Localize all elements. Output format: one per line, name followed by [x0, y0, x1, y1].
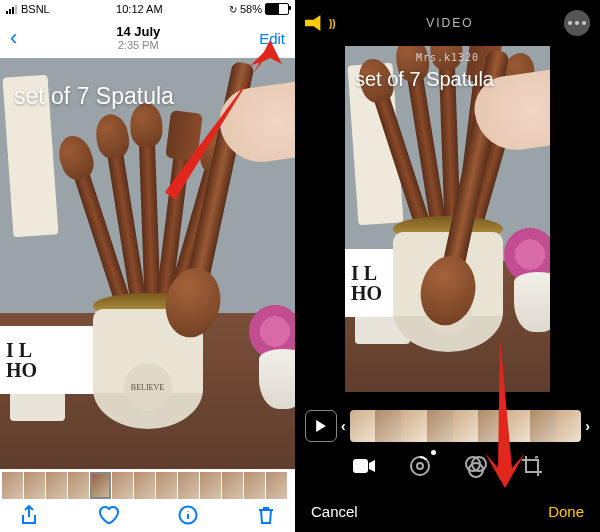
- thumbnail[interactable]: [178, 472, 199, 499]
- svg-point-3: [417, 463, 423, 469]
- battery-percent: 58%: [240, 3, 262, 15]
- carrier-label: BSNL: [21, 3, 50, 15]
- watermark-text: Mrs.k1320: [416, 52, 479, 63]
- cellular-signal-icon: [6, 5, 17, 14]
- trim-handle-left[interactable]: ‹: [341, 418, 346, 434]
- thumbnail[interactable]: [68, 472, 89, 499]
- done-button[interactable]: Done: [548, 503, 584, 520]
- thumbnail[interactable]: [200, 472, 221, 499]
- play-button[interactable]: [305, 410, 337, 442]
- trash-icon[interactable]: [257, 505, 275, 529]
- editor-header: )) VIDEO: [295, 0, 600, 46]
- recharge-icon: ↻: [229, 4, 237, 15]
- editor-tool-tabs: [295, 446, 600, 486]
- thumbnail[interactable]: [222, 472, 243, 499]
- battery-icon: [265, 3, 289, 15]
- sign-prop: I L HO: [0, 326, 96, 394]
- nav-bar: ‹ 14 July 2:35 PM Edit: [0, 18, 295, 58]
- thumbnail-strip[interactable]: [0, 469, 295, 502]
- video-caption-overlay: set of 7 Spatula: [14, 83, 174, 110]
- frame-scrubber[interactable]: [350, 410, 582, 442]
- adjust-tab-icon[interactable]: [407, 453, 433, 479]
- crop-tab-icon[interactable]: [519, 453, 545, 479]
- thumbnail[interactable]: [24, 472, 45, 499]
- thumbnail[interactable]: [244, 472, 265, 499]
- status-bar: BSNL 10:12 AM ↻ 58%: [0, 0, 295, 18]
- thumbnail[interactable]: [46, 472, 67, 499]
- thumbnail[interactable]: [2, 472, 23, 499]
- video-tab-icon[interactable]: [351, 453, 377, 479]
- more-options-icon[interactable]: [564, 10, 590, 36]
- thumbnail[interactable]: [266, 472, 287, 499]
- editor-canvas[interactable]: I L HO BELIEVE Mrs.k1: [345, 46, 550, 392]
- video-timeline: ‹ ›: [305, 408, 590, 444]
- sound-on-icon[interactable]: [305, 15, 327, 31]
- editor-title: VIDEO: [336, 16, 564, 30]
- video-caption-overlay: set of 7 Spatula: [355, 68, 494, 91]
- bottom-toolbar: [0, 502, 295, 532]
- svg-rect-1: [353, 459, 368, 473]
- photos-app-screen: BSNL 10:12 AM ↻ 58% ‹ 14 July 2:35 PM Ed…: [0, 0, 295, 532]
- photo-viewport[interactable]: I L HO BELIEVE set of 7 Spatula: [0, 58, 295, 469]
- info-icon[interactable]: [178, 505, 198, 529]
- jar-tag: BELIEVE: [124, 363, 172, 411]
- heart-icon[interactable]: [97, 505, 119, 529]
- video-editor-screen: )) VIDEO I L HO: [295, 0, 600, 532]
- cancel-button[interactable]: Cancel: [311, 503, 358, 520]
- trim-handle-right[interactable]: ›: [585, 418, 590, 434]
- thumbnail[interactable]: [134, 472, 155, 499]
- thumbnail-selected[interactable]: [90, 472, 111, 499]
- filters-tab-icon[interactable]: [463, 453, 489, 479]
- page-title: 14 July 2:35 PM: [17, 25, 259, 51]
- editor-bottom-bar: Cancel Done: [295, 490, 600, 532]
- edit-button[interactable]: Edit: [259, 30, 285, 47]
- thumbnail[interactable]: [112, 472, 133, 499]
- back-chevron-icon[interactable]: ‹: [10, 25, 17, 51]
- sound-waves-icon: )): [329, 18, 336, 29]
- svg-point-2: [411, 457, 429, 475]
- status-time: 10:12 AM: [116, 3, 162, 15]
- thumbnail[interactable]: [156, 472, 177, 499]
- share-icon[interactable]: [20, 505, 38, 529]
